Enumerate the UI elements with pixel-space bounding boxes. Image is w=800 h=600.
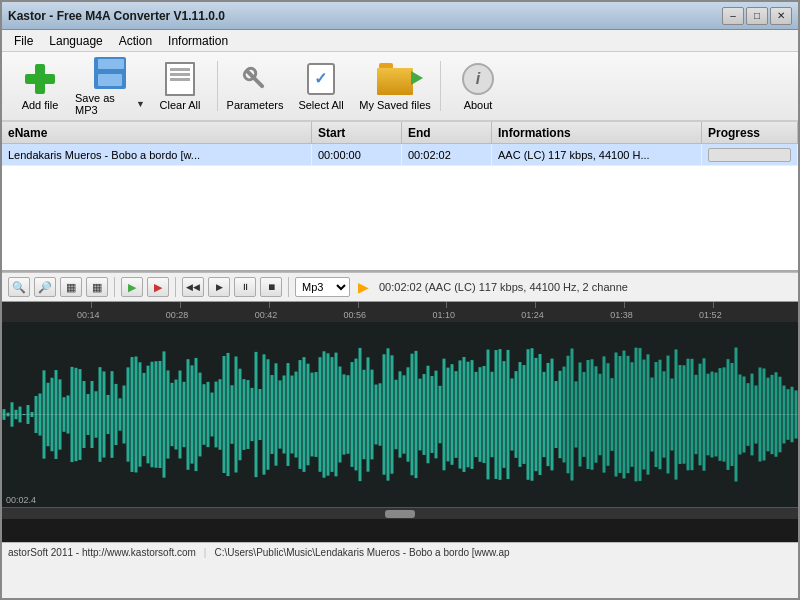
select-all-button[interactable]: ✓ Select All: [289, 55, 353, 117]
col-header-info: Informations: [492, 122, 702, 143]
pause-icon: ⏸: [241, 282, 250, 292]
status-path: C:\Users\Public\Music\Lendakaris Mueros …: [214, 547, 509, 558]
minimize-button[interactable]: –: [722, 7, 744, 25]
save-mp3-button[interactable]: Save as MP3 ▼: [74, 55, 146, 117]
parameters-label: Parameters: [227, 99, 284, 111]
stop-icon: ⏹: [267, 282, 276, 292]
add-file-button[interactable]: Add file: [8, 55, 72, 117]
clear-icon: [162, 61, 198, 97]
time-position: 00:02.4: [6, 495, 36, 505]
time-marker: 00:28: [166, 310, 189, 320]
waveform-section[interactable]: 00:1400:2800:4200:5601:1001:2401:3801:52…: [2, 302, 798, 542]
menu-action[interactable]: Action: [111, 30, 160, 52]
about-icon: i: [460, 61, 496, 97]
time-marker: 00:14: [77, 310, 100, 320]
table-header: eName Start End Informations Progress: [2, 122, 798, 144]
rewind-icon: ◀◀: [186, 282, 200, 292]
dropdown-arrow-icon: ▼: [136, 99, 145, 109]
grid-1-icon: ▦: [66, 281, 76, 294]
cell-start: 00:00:00: [312, 144, 402, 165]
waveform-canvas[interactable]: 00:02.4: [2, 322, 798, 507]
about-button[interactable]: i About: [446, 55, 510, 117]
time-marker: 01:24: [521, 310, 544, 320]
menu-bar: File Language Action Information: [2, 30, 798, 52]
my-saved-files-button[interactable]: My Saved files: [355, 55, 435, 117]
zoom-in-button[interactable]: 🔎: [34, 277, 56, 297]
time-marker: 01:38: [610, 310, 633, 320]
status-bar: astorSoft 2011 - http://www.kastorsoft.c…: [2, 542, 798, 562]
waveform-scrollbar[interactable]: [2, 507, 798, 519]
col-header-progress: Progress: [702, 122, 798, 143]
waveform-controls: 🔍 🔎 ▦ ▦ ▶ ▶ ◀◀ ▶ ⏸ ⏹ Mp3 AAC OGG WMA WAV…: [2, 272, 798, 302]
time-marker: 00:56: [344, 310, 367, 320]
time-marker: 01:10: [432, 310, 455, 320]
save-mp3-label: Save as MP3: [75, 92, 134, 116]
close-button[interactable]: ✕: [770, 7, 792, 25]
file-table: eName Start End Informations Progress Le…: [2, 122, 798, 272]
title-bar: Kastor - Free M4A Converter V1.11.0.0 – …: [2, 2, 798, 30]
col-header-end: End: [402, 122, 492, 143]
cell-progress: [702, 144, 798, 165]
zoom-out-icon: 🔍: [12, 281, 26, 294]
table-body: Lendakaris Mueros - Bobo a bordo [w... 0…: [2, 144, 798, 166]
menu-language[interactable]: Language: [41, 30, 110, 52]
cell-end: 00:02:02: [402, 144, 492, 165]
zoom-in-icon: 🔎: [38, 281, 52, 294]
format-select[interactable]: Mp3 AAC OGG WMA WAV FLAC: [295, 277, 350, 297]
select-icon: ✓: [303, 61, 339, 97]
waveform-svg: [2, 342, 798, 487]
cell-info: AAC (LC) 117 kbps, 44100 H...: [492, 144, 702, 165]
rewind-button[interactable]: ◀◀: [182, 277, 204, 297]
col-header-start: Start: [312, 122, 402, 143]
time-cursor-icon: ▶: [358, 279, 369, 295]
time-marker: 01:52: [699, 310, 722, 320]
time-info: 00:02:02 (AAC (LC) 117 kbps, 44100 Hz, 2…: [379, 281, 628, 293]
window-controls: – □ ✕: [722, 7, 792, 25]
time-marker: 00:42: [255, 310, 278, 320]
tag-green-icon: ▶: [128, 281, 136, 294]
params-icon: [237, 61, 273, 97]
window-title: Kastor - Free M4A Converter V1.11.0.0: [8, 9, 225, 23]
grid-2-icon: ▦: [92, 281, 102, 294]
toolbar-separator-2: [440, 61, 441, 111]
menu-information[interactable]: Information: [160, 30, 236, 52]
tag-red-button[interactable]: ▶: [147, 277, 169, 297]
select-all-label: Select All: [298, 99, 343, 111]
clear-all-button[interactable]: Clear All: [148, 55, 212, 117]
parameters-button[interactable]: Parameters: [223, 55, 287, 117]
save-icon: [92, 56, 128, 90]
scrollbar-thumb[interactable]: [385, 510, 415, 518]
zoom-out-button[interactable]: 🔍: [8, 277, 30, 297]
add-file-label: Add file: [22, 99, 59, 111]
play-button[interactable]: ▶: [208, 277, 230, 297]
svg-text:✓: ✓: [314, 70, 327, 87]
wf-separator-3: [288, 277, 289, 297]
col-header-name: eName: [2, 122, 312, 143]
toolbar: Add file Save as MP3 ▼ Clear All: [2, 52, 798, 122]
status-separator: |: [204, 547, 207, 558]
clear-all-label: Clear All: [160, 99, 201, 111]
saved-icon: [377, 61, 413, 97]
grid-view-1-button[interactable]: ▦: [60, 277, 82, 297]
play-icon: ▶: [216, 282, 223, 292]
my-saved-files-label: My Saved files: [359, 99, 431, 111]
toolbar-separator: [217, 61, 218, 111]
status-copyright: astorSoft 2011 - http://www.kastorsoft.c…: [8, 547, 196, 558]
add-icon: [22, 61, 58, 97]
tag-green-button[interactable]: ▶: [121, 277, 143, 297]
menu-file[interactable]: File: [6, 30, 41, 52]
table-row[interactable]: Lendakaris Mueros - Bobo a bordo [w... 0…: [2, 144, 798, 166]
about-label: About: [464, 99, 493, 111]
maximize-button[interactable]: □: [746, 7, 768, 25]
time-ruler: 00:1400:2800:4200:5601:1001:2401:3801:52: [2, 302, 798, 322]
cell-name: Lendakaris Mueros - Bobo a bordo [w...: [2, 144, 312, 165]
wf-separator-2: [175, 277, 176, 297]
grid-view-2-button[interactable]: ▦: [86, 277, 108, 297]
pause-button[interactable]: ⏸: [234, 277, 256, 297]
wf-separator-1: [114, 277, 115, 297]
stop-button[interactable]: ⏹: [260, 277, 282, 297]
progress-bar-container: [708, 148, 791, 162]
tag-red-icon: ▶: [154, 281, 162, 294]
